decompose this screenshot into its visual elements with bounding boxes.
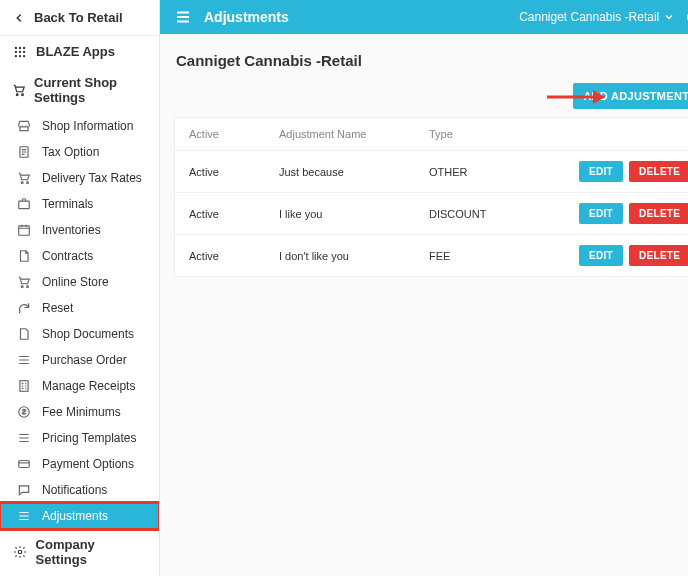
nav-item-terminals[interactable]: Terminals [0, 191, 159, 217]
nav-item-label: Shop Information [42, 119, 133, 133]
annotation-arrow-icon [545, 87, 605, 107]
col-name: Adjustment Name [279, 128, 429, 140]
delete-button[interactable]: DELETE [629, 161, 688, 182]
svg-point-2 [23, 46, 25, 48]
col-active: Active [189, 128, 279, 140]
svg-point-9 [16, 94, 18, 96]
nav-item-label: Contracts [42, 249, 93, 263]
nav-item-payment-options[interactable]: Payment Options [0, 451, 159, 477]
nav-item-purchase-order[interactable]: Purchase Order [0, 347, 159, 373]
receipt-icon [16, 379, 32, 393]
nav-section-label: BLAZE Apps [36, 44, 115, 59]
nav-item-reset[interactable]: Reset [0, 295, 159, 321]
svg-point-1 [19, 46, 21, 48]
dollar-icon [16, 405, 32, 419]
nav-item-pricing-templates[interactable]: Pricing Templates [0, 425, 159, 451]
table-row: Active Just because OTHER EDIT DELETE [175, 151, 688, 193]
apps-grid-icon [12, 45, 28, 59]
cell-name: I like you [279, 208, 429, 220]
refresh-icon [16, 301, 32, 315]
nav-item-shop-information[interactable]: Shop Information [0, 113, 159, 139]
cell-active: Active [189, 250, 279, 262]
svg-rect-15 [19, 226, 30, 235]
nav-section-blaze-apps[interactable]: BLAZE Apps [0, 36, 159, 67]
card-icon [16, 457, 32, 471]
nav-item-label: Delivery Tax Rates [42, 171, 142, 185]
nav-item-tax-option[interactable]: Tax Option [0, 139, 159, 165]
nav-section-company-settings[interactable]: Company Settings [0, 529, 159, 575]
topbar-title: Adjustments [204, 9, 289, 25]
main-area: Adjustments Canniget Cannabis -Retail Ca… [160, 0, 688, 576]
svg-point-8 [23, 54, 25, 56]
nav-item-online-store[interactable]: Online Store [0, 269, 159, 295]
list-icon [16, 431, 32, 445]
document-icon [16, 145, 32, 159]
cell-type: DISCOUNT [429, 208, 579, 220]
shop-selector[interactable]: Canniget Cannabis -Retail [519, 10, 675, 24]
svg-point-7 [19, 54, 21, 56]
nav-item-label: Manage Receipts [42, 379, 135, 393]
nav-item-label: Purchase Order [42, 353, 127, 367]
chat-icon [16, 483, 32, 497]
chevron-down-icon [663, 11, 675, 23]
svg-point-5 [23, 50, 25, 52]
nav-item-label: Payment Options [42, 457, 134, 471]
nav-item-label: Adjustments [42, 509, 108, 523]
nav-item-manage-receipts[interactable]: Manage Receipts [0, 373, 159, 399]
nav-section-current-shop[interactable]: Current Shop Settings [0, 67, 159, 113]
svg-point-0 [15, 46, 17, 48]
delete-button[interactable]: DELETE [629, 245, 688, 266]
topbar: Adjustments Canniget Cannabis -Retail [160, 0, 688, 34]
cart-icon [16, 275, 32, 289]
adjustments-table: Active Adjustment Name Type Active Just … [174, 117, 688, 277]
nav-item-label: Reset [42, 301, 73, 315]
nav-item-fee-minimums[interactable]: Fee Minimums [0, 399, 159, 425]
svg-point-13 [27, 182, 29, 184]
edit-button[interactable]: EDIT [579, 245, 623, 266]
svg-rect-20 [19, 461, 30, 468]
back-label: Back To Retail [34, 10, 123, 25]
gear-icon [12, 545, 28, 559]
nav-item-shop-documents[interactable]: Shop Documents [0, 321, 159, 347]
edit-button[interactable]: EDIT [579, 161, 623, 182]
table-row: Active I like you DISCOUNT EDIT DELETE [175, 193, 688, 235]
svg-point-10 [22, 94, 24, 96]
svg-point-21 [18, 550, 22, 554]
nav-item-label: Pricing Templates [42, 431, 137, 445]
briefcase-icon [16, 197, 32, 211]
table-header: Active Adjustment Name Type [175, 118, 688, 151]
delete-button[interactable]: DELETE [629, 203, 688, 224]
cell-active: Active [189, 166, 279, 178]
menu-icon[interactable] [174, 8, 192, 26]
nav-item-label: Terminals [42, 197, 93, 211]
svg-rect-14 [19, 201, 30, 209]
nav-item-label: Tax Option [42, 145, 99, 159]
svg-point-17 [27, 286, 29, 288]
page-icon [16, 249, 32, 263]
nav-item-delivery-tax[interactable]: Delivery Tax Rates [0, 165, 159, 191]
list-icon [16, 353, 32, 367]
nav-item-inventories[interactable]: Inventories [0, 217, 159, 243]
cart-icon [12, 83, 26, 97]
cart-icon [16, 171, 32, 185]
shop-name: Canniget Cannabis -Retail [519, 10, 659, 24]
nav-item-label: Online Store [42, 275, 109, 289]
calendar-icon [16, 223, 32, 237]
nav-item-adjustments[interactable]: Adjustments [0, 503, 159, 529]
svg-point-12 [21, 182, 23, 184]
edit-button[interactable]: EDIT [579, 203, 623, 224]
col-type: Type [429, 128, 579, 140]
nav-item-contracts[interactable]: Contracts [0, 243, 159, 269]
cell-type: OTHER [429, 166, 579, 178]
svg-point-4 [19, 50, 21, 52]
svg-marker-27 [593, 90, 605, 104]
nav-item-notifications[interactable]: Notifications [0, 477, 159, 503]
file-icon [16, 327, 32, 341]
nav-item-label: Shop Documents [42, 327, 134, 341]
back-to-retail[interactable]: Back To Retail [0, 0, 159, 36]
svg-point-3 [15, 50, 17, 52]
page-title: Canniget Cannabis -Retail [174, 52, 688, 69]
svg-point-6 [15, 54, 17, 56]
nav-item-label: Inventories [42, 223, 101, 237]
nav-item-label: Notifications [42, 483, 107, 497]
